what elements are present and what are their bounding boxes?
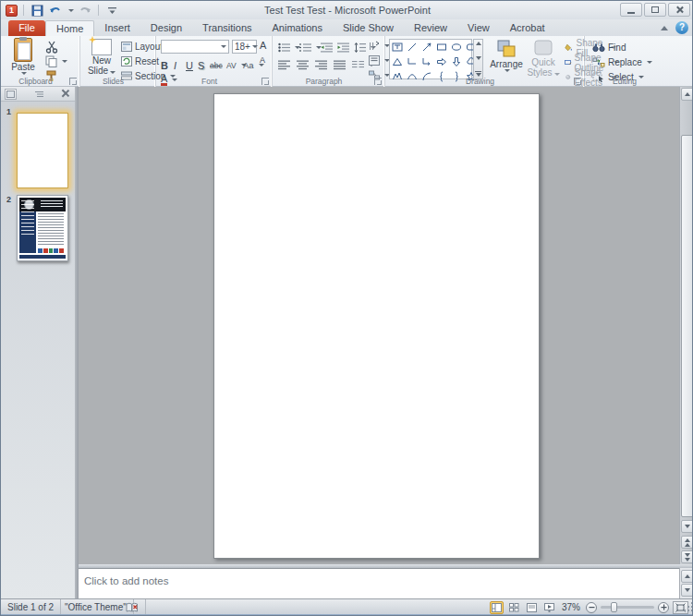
arrange-button[interactable]: Arrange: [489, 39, 524, 72]
paragraph-dialog-launcher-icon[interactable]: [374, 78, 382, 85]
align-left-button[interactable]: [278, 58, 290, 72]
bold-button[interactable]: B: [161, 58, 170, 72]
scrollbar-thumb[interactable]: [681, 135, 693, 517]
shapes-gallery-scrollbar[interactable]: [473, 39, 483, 79]
group-label-slides: Slides: [80, 77, 146, 86]
align-center-button[interactable]: [297, 58, 309, 72]
spellcheck-status[interactable]: [119, 599, 146, 615]
line-shape-icon[interactable]: [405, 40, 419, 54]
close-panel-icon[interactable]: [61, 89, 70, 98]
zoom-out-button[interactable]: [586, 602, 597, 613]
notes-scroll-down-button[interactable]: [681, 584, 693, 597]
align-right-icon: [315, 60, 327, 70]
help-icon[interactable]: ?: [675, 21, 688, 34]
slide-2-thumbnail[interactable]: [17, 195, 68, 261]
shapes-gallery[interactable]: [389, 39, 472, 79]
tab-file[interactable]: File: [8, 20, 45, 36]
align-right-button[interactable]: [315, 58, 327, 72]
scroll-up-button[interactable]: [681, 88, 693, 101]
slide-indicator[interactable]: Slide 1 of 2: [1, 599, 61, 615]
zoom-slider-thumb[interactable]: [611, 602, 617, 612]
quick-styles-button[interactable]: Quick Styles: [526, 39, 561, 78]
notes-scrollbar[interactable]: [679, 568, 693, 598]
slide-1-thumbnail[interactable]: [17, 113, 68, 188]
minimize-ribbon-icon[interactable]: [661, 26, 668, 30]
replace-button[interactable]: Replace: [592, 55, 652, 69]
justify-button[interactable]: [334, 58, 346, 72]
resize-grip[interactable]: [682, 602, 693, 613]
vertical-scrollbar[interactable]: [679, 87, 693, 564]
tab-animations[interactable]: Animations: [262, 20, 333, 36]
tab-acrobat[interactable]: Acrobat: [500, 20, 555, 36]
gallery-scroll-up-icon[interactable]: [476, 42, 481, 45]
scissors-icon: [45, 41, 58, 54]
text-box-shape-icon[interactable]: [390, 40, 405, 54]
minimize-button[interactable]: [620, 3, 642, 17]
next-slide-button[interactable]: [681, 550, 693, 563]
close-button[interactable]: [668, 3, 690, 17]
oval-shape-icon[interactable]: [449, 40, 464, 54]
italic-button[interactable]: I: [174, 58, 183, 72]
slide-sorter-icon: [509, 603, 519, 612]
scroll-down-button[interactable]: [681, 520, 693, 533]
grow-font-button[interactable]: A: [260, 38, 266, 52]
paste-button[interactable]: Paste: [6, 38, 40, 75]
reset-button[interactable]: Reset: [121, 54, 159, 68]
tab-review[interactable]: Review: [404, 20, 457, 36]
tab-transitions[interactable]: Transitions: [192, 20, 261, 36]
arrow-shape-icon[interactable]: [419, 40, 434, 54]
new-slide-button[interactable]: New Slide: [84, 39, 119, 76]
tab-home[interactable]: Home: [45, 20, 94, 36]
notes-scroll-up-button[interactable]: [681, 570, 693, 583]
increase-indent-button[interactable]: [337, 41, 349, 54]
bullets-button[interactable]: [278, 41, 300, 54]
font-dialog-launcher-icon[interactable]: [261, 78, 269, 85]
elbow-arrow-connector-icon[interactable]: [419, 54, 434, 69]
group-label-editing: Editing: [585, 77, 664, 86]
next-slide-icon: [685, 553, 690, 557]
slide-sorter-view-button[interactable]: [507, 601, 521, 614]
line-spacing-icon: [354, 42, 366, 53]
gallery-scroll-down-icon[interactable]: [476, 56, 481, 60]
shrink-font-button[interactable]: A: [260, 53, 265, 66]
reading-view-button[interactable]: [525, 601, 539, 614]
zoom-level[interactable]: 37%: [562, 602, 580, 612]
tab-view[interactable]: View: [457, 20, 500, 36]
cut-button[interactable]: [45, 40, 58, 54]
strikethrough-button[interactable]: abc: [210, 58, 223, 72]
rectangle-shape-icon[interactable]: [434, 40, 449, 54]
font-size-combo[interactable]: 18+: [232, 40, 257, 54]
group-clipboard: Paste Clipboard: [1, 36, 80, 87]
restore-button[interactable]: [644, 3, 666, 17]
zoom-in-button[interactable]: [658, 602, 669, 613]
slides-tab-icon[interactable]: [5, 89, 17, 100]
down-arrow-shape-icon[interactable]: [449, 54, 464, 69]
triangle-shape-icon[interactable]: [390, 54, 405, 69]
tab-design[interactable]: Design: [140, 20, 192, 36]
text-shadow-button[interactable]: S: [198, 58, 207, 72]
drawing-dialog-launcher-icon[interactable]: [574, 78, 581, 85]
slide-show-view-button[interactable]: [542, 601, 556, 614]
copy-button[interactable]: [45, 54, 67, 68]
paste-icon: [14, 38, 32, 62]
slide-editing-canvas[interactable]: [213, 93, 540, 559]
tab-slide-show[interactable]: Slide Show: [333, 20, 404, 36]
group-drawing: Arrange Quick Styles Shape Fill Shape Ou…: [385, 36, 585, 87]
poster-sidebar-text-lines: [21, 200, 34, 236]
underline-button[interactable]: U: [186, 58, 195, 72]
zoom-slider[interactable]: [601, 606, 654, 609]
elbow-connector-icon[interactable]: [405, 54, 419, 69]
notes-pane[interactable]: Click to add notes: [79, 568, 679, 598]
clipboard-dialog-launcher-icon[interactable]: [69, 78, 77, 85]
numbering-button[interactable]: [299, 41, 322, 54]
previous-slide-button[interactable]: [681, 536, 693, 549]
find-button[interactable]: Find: [592, 41, 626, 54]
decrease-indent-button[interactable]: [321, 41, 333, 54]
normal-view-button[interactable]: [490, 601, 504, 614]
tab-insert[interactable]: Insert: [94, 20, 140, 36]
ribbon-tab-bar: File Home Insert Design Transitions Anim…: [1, 19, 693, 36]
font-name-combo[interactable]: [161, 40, 229, 54]
outline-tab-icon[interactable]: [33, 89, 45, 100]
notes-placeholder[interactable]: Click to add notes: [84, 575, 168, 586]
right-arrow-shape-icon[interactable]: [434, 54, 449, 69]
